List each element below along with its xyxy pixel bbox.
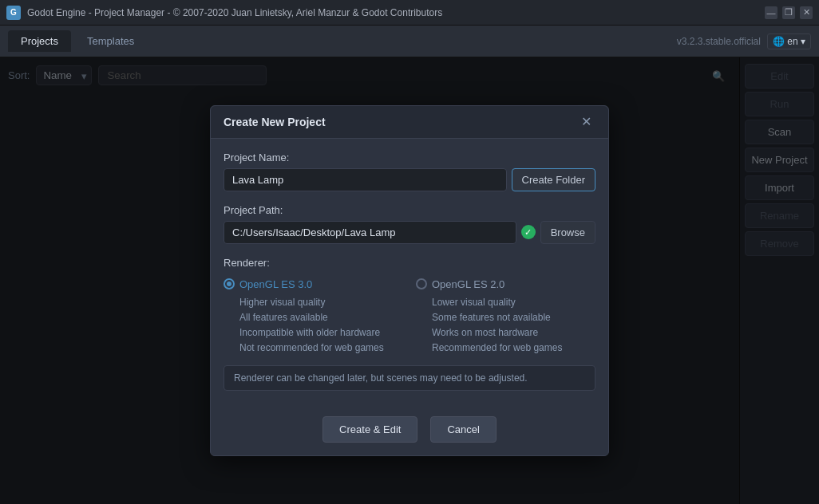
project-path-row: ✓ Browse	[224, 221, 595, 244]
renderer-es3-radio[interactable]	[224, 278, 235, 289]
window-title: Godot Engine - Project Manager - © 2007-…	[27, 7, 765, 18]
content-area: Sort: Name 🔍 Edit Run Scan New Project I…	[0, 57, 819, 504]
tabs: Projects Templates	[8, 30, 147, 52]
renderer-section-label: Renderer:	[224, 257, 595, 269]
renderer-note: Renderer can be changed later, but scene…	[224, 365, 595, 391]
version-text: v3.2.3.stable.official	[677, 36, 761, 47]
renderer-es2-radio-row[interactable]: OpenGL ES 2.0	[416, 278, 595, 290]
project-path-label: Project Path:	[224, 204, 595, 216]
version-info: v3.2.3.stable.official 🌐 en ▾	[677, 33, 811, 49]
dialog-header: Create New Project ✕	[211, 106, 608, 139]
renderer-options: OpenGL ES 3.0 Higher visual quality All …	[224, 278, 595, 356]
create-edit-button[interactable]: Create & Edit	[322, 416, 417, 443]
titlebar: G Godot Engine - Project Manager - © 200…	[0, 0, 819, 26]
project-path-input[interactable]	[224, 221, 516, 244]
tab-templates[interactable]: Templates	[74, 30, 147, 52]
cancel-button[interactable]: Cancel	[430, 416, 496, 443]
window-controls: — ❒ ✕	[765, 6, 813, 19]
dialog-body: Project Name: Create Folder Project Path…	[211, 139, 608, 417]
maximize-button[interactable]: ❒	[782, 6, 795, 19]
main-area: Projects Templates v3.2.3.stable.officia…	[0, 26, 819, 504]
create-folder-button[interactable]: Create Folder	[512, 168, 595, 191]
tab-projects[interactable]: Projects	[8, 30, 71, 52]
renderer-option-es3: OpenGL ES 3.0 Higher visual quality All …	[224, 278, 403, 356]
renderer-es3-label: OpenGL ES 3.0	[239, 278, 312, 290]
project-name-input[interactable]	[224, 168, 507, 191]
renderer-es2-label: OpenGL ES 2.0	[432, 278, 504, 290]
minimize-button[interactable]: —	[765, 6, 777, 19]
dialog-overlay: Create New Project ✕ Project Name: Creat…	[0, 57, 819, 504]
renderer-es2-desc: Lower visual quality Some features not a…	[416, 295, 595, 356]
lang-selector[interactable]: 🌐 en ▾	[767, 33, 811, 49]
dialog-close-button[interactable]: ✕	[577, 114, 595, 130]
renderer-es3-radio-row[interactable]: OpenGL ES 3.0	[224, 278, 403, 290]
renderer-es3-desc: Higher visual quality All features avail…	[224, 295, 403, 356]
close-button[interactable]: ✕	[800, 6, 813, 19]
project-name-label: Project Name:	[224, 152, 595, 163]
path-valid-indicator: ✓	[521, 221, 536, 244]
renderer-option-es2: OpenGL ES 2.0 Lower visual quality Some …	[416, 278, 595, 356]
browse-button[interactable]: Browse	[540, 221, 595, 244]
app-icon: G	[6, 6, 21, 20]
dialog-footer: Create & Edit Cancel	[211, 416, 608, 455]
check-icon: ✓	[521, 225, 536, 239]
tabbar: Projects Templates v3.2.3.stable.officia…	[0, 26, 819, 57]
renderer-es2-radio[interactable]	[416, 278, 427, 289]
create-project-dialog: Create New Project ✕ Project Name: Creat…	[210, 105, 609, 457]
project-name-row: Create Folder	[224, 168, 595, 191]
dialog-title: Create New Project	[224, 116, 326, 128]
